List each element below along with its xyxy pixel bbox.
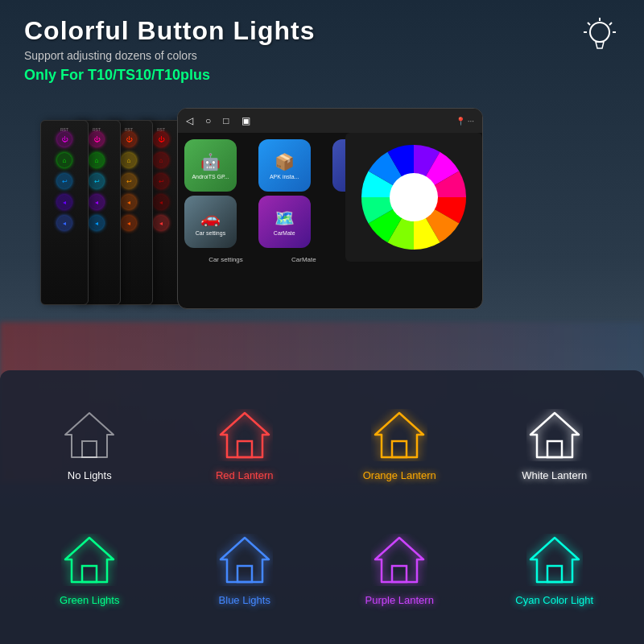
app-apk-label: APK insta...: [270, 174, 299, 180]
svg-marker-18: [221, 538, 269, 582]
svg-marker-14: [530, 413, 579, 457]
svg-marker-16: [65, 538, 114, 582]
home-nav-icon[interactable]: ○: [205, 115, 211, 126]
button-h3[interactable]: ⌂: [122, 153, 136, 167]
button-b3[interactable]: ↩: [122, 174, 136, 188]
svg-point-0: [590, 23, 609, 42]
button-v4[interactable]: ◂: [154, 195, 168, 209]
svg-point-7: [390, 173, 438, 221]
light-item-orange-lantern[interactable]: Orange Lantern: [326, 386, 473, 503]
svg-marker-12: [375, 413, 423, 457]
svg-marker-8: [65, 413, 114, 457]
svg-rect-21: [392, 566, 407, 582]
button-d2[interactable]: ◂: [89, 216, 104, 230]
button-d3[interactable]: ◂: [122, 216, 136, 230]
light-item-green-lights[interactable]: Green Lights: [16, 511, 163, 628]
light-item-no-lights[interactable]: No Lights: [16, 386, 163, 503]
house-icon-red-lantern: [217, 409, 273, 461]
light-label-red-lantern: Red Lantern: [216, 469, 274, 481]
app-androits-label: AndroiTS GP...: [192, 174, 229, 180]
light-item-red-lantern[interactable]: Red Lantern: [171, 386, 319, 503]
light-item-blue-lights[interactable]: Blue Lights: [171, 511, 319, 628]
button-h4[interactable]: ⌂: [154, 153, 168, 167]
device-top-bar: ◁ ○ □ ▣ 📍 ···: [178, 109, 482, 133]
compatibility-text: Only For T10/TS10/T10plus: [24, 67, 315, 84]
svg-rect-9: [82, 441, 97, 457]
house-icon-cyan-color-light: [526, 534, 583, 586]
house-icon-no-lights: [61, 409, 118, 461]
button-back[interactable]: ↩: [57, 174, 72, 188]
svg-marker-10: [221, 413, 269, 457]
page-subtitle: Support adjusting dozens of colors: [24, 49, 315, 62]
button-vol-up[interactable]: ◂: [57, 195, 72, 209]
page-title: Colorful Button Lights: [24, 16, 315, 46]
svg-rect-15: [547, 441, 562, 457]
light-label-blue-lights: Blue Lights: [219, 594, 270, 606]
device-panel-1: RST ⏻ ⌂ ↩ ◂ ◂: [40, 120, 89, 305]
app-carmate[interactable]: 🗺️ CarMate: [258, 196, 311, 248]
app-grid: 🤖 AndroiTS GP... 📦 APK insta... 🔷 Blueto…: [178, 133, 482, 254]
button-p4[interactable]: ⏻: [154, 132, 168, 147]
app-apk[interactable]: 📦 APK insta...: [258, 139, 311, 192]
light-label-purple-lantern: Purple Lantern: [365, 594, 434, 606]
light-label-green-lights: Green Lights: [60, 594, 119, 606]
button-p2[interactable]: ⏻: [89, 132, 104, 147]
button-p3[interactable]: ⏻: [122, 132, 136, 147]
bottom-section: No Lights Red Lantern Orange Lantern Whi…: [0, 370, 644, 644]
light-label-white-lantern: White Lantern: [522, 469, 587, 481]
light-item-cyan-color-light[interactable]: Cyan Color Light: [481, 511, 629, 628]
svg-marker-22: [530, 538, 579, 582]
svg-rect-23: [547, 566, 562, 582]
light-label-no-lights: No Lights: [68, 469, 112, 481]
app-car-settings[interactable]: 🚗 Car settings: [184, 196, 237, 248]
recents-nav-icon[interactable]: □: [223, 115, 229, 126]
svg-marker-20: [375, 538, 423, 582]
house-icon-white-lantern: [526, 409, 583, 461]
color-wheel-svg: [357, 141, 470, 254]
header-section: Colorful Button Lights Support adjusting…: [0, 0, 644, 92]
svg-rect-19: [237, 566, 252, 582]
light-item-white-lantern[interactable]: White Lantern: [481, 386, 629, 503]
button-home[interactable]: ⌂: [57, 153, 72, 167]
main-device-screen: ◁ ○ □ ▣ 📍 ··· 🤖 AndroiTS GP... 📦 APK ins…: [177, 108, 483, 309]
app-carmate-label: CarMate: [274, 230, 295, 236]
svg-rect-17: [82, 566, 97, 582]
button-b4[interactable]: ↩: [154, 174, 168, 188]
button-b2[interactable]: ↩: [89, 174, 104, 188]
light-label-cyan-color-light: Cyan Color Light: [515, 594, 593, 606]
house-icon-blue-lights: [217, 534, 273, 586]
house-icon-green-lights: [61, 534, 118, 586]
label-car: Car settings: [208, 256, 243, 263]
light-label-orange-lantern: Orange Lantern: [363, 469, 436, 481]
app-androits[interactable]: 🤖 AndroiTS GP...: [184, 139, 237, 192]
devices-container: RST ⏻ ⌂ ↩ ◂ ◂ RST ⏻ ⌂ ↩ ◂ ◂: [32, 104, 612, 313]
button-vol-down[interactable]: ◂: [57, 216, 72, 230]
color-wheel-popup[interactable]: [345, 133, 482, 262]
button-v2[interactable]: ◂: [89, 195, 104, 209]
button-h2[interactable]: ⌂: [89, 153, 104, 167]
button-v3[interactable]: ◂: [122, 195, 136, 209]
house-icon-orange-lantern: [371, 409, 427, 461]
button-d4[interactable]: ◂: [154, 216, 168, 230]
nav-icons: ◁ ○ □ ▣: [186, 115, 250, 126]
bulb-icon: [580, 16, 620, 56]
status-bar: 📍 ···: [456, 117, 474, 126]
label-carmate: CarMate: [291, 256, 316, 263]
back-nav-icon[interactable]: ◁: [186, 115, 193, 126]
button-power[interactable]: ⏻: [57, 132, 72, 147]
menu-nav-icon[interactable]: ▣: [242, 115, 250, 126]
device-section: RST ⏻ ⌂ ↩ ◂ ◂ RST ⏻ ⌂ ↩ ◂ ◂: [0, 92, 644, 325]
app-car-label: Car settings: [196, 230, 225, 236]
house-icon-purple-lantern: [371, 534, 427, 586]
svg-rect-11: [237, 441, 252, 457]
lights-grid: No Lights Red Lantern Orange Lantern Whi…: [16, 386, 628, 628]
svg-line-3: [588, 23, 590, 25]
svg-line-2: [609, 23, 612, 25]
svg-rect-13: [392, 441, 407, 457]
light-item-purple-lantern[interactable]: Purple Lantern: [326, 511, 473, 628]
